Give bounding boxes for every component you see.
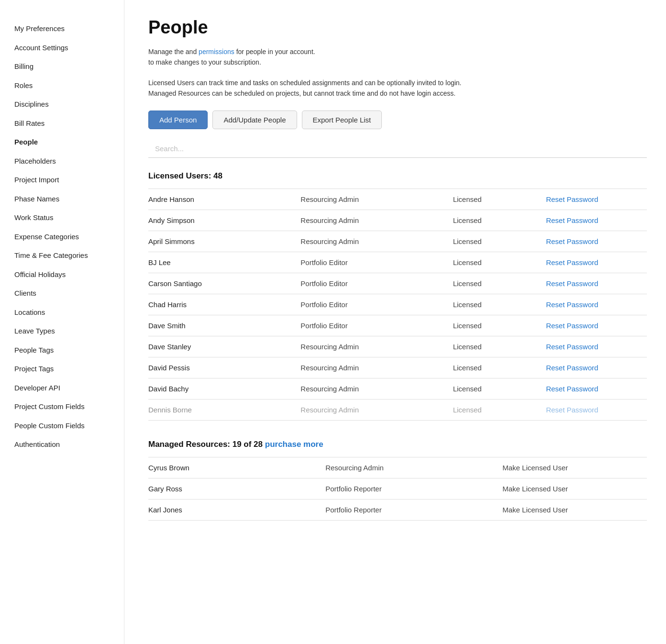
sidebar-item-disciplines[interactable]: Disciplines (14, 95, 124, 114)
person-type: Licensed (453, 357, 546, 378)
person-type: Licensed (453, 252, 546, 273)
info-line2: Managed Resources can be scheduled on pr… (148, 88, 647, 99)
person-name: Dennis Borne (148, 399, 300, 420)
person-type: Licensed (453, 378, 546, 399)
sidebar-item-billing[interactable]: Billing (14, 57, 124, 76)
page-title: People (148, 17, 647, 38)
add-update-button[interactable]: Add/Update People (212, 111, 297, 129)
description-suffix: for people in your account. (234, 48, 315, 56)
sidebar-item-time--fee-categories[interactable]: Time & Fee Categories (14, 246, 124, 265)
sidebar: My PreferencesAccount SettingsBillingRol… (0, 0, 124, 644)
search-input[interactable] (148, 140, 647, 158)
person-type: Licensed (453, 336, 546, 357)
managed-resources-header: Managed Resources: 19 of 28 purchase mor… (148, 440, 647, 449)
reset-password-link[interactable]: Reset Password (546, 273, 647, 294)
info-line1: Licensed Users can track time and tasks … (148, 78, 647, 88)
person-role: Resourcing Admin (300, 231, 453, 252)
reset-password-link[interactable]: Reset Password (546, 189, 647, 210)
sidebar-item-locations[interactable]: Locations (14, 303, 124, 322)
table-row: Carson Santiago Portfolio Editor License… (148, 273, 647, 294)
table-row: Andre Hanson Resourcing Admin Licensed R… (148, 189, 647, 210)
person-role: Resourcing Admin (300, 399, 453, 420)
sidebar-item-account-settings[interactable]: Account Settings (14, 38, 124, 57)
sidebar-item-expense-categories[interactable]: Expense Categories (14, 227, 124, 246)
table-row: Karl Jones Portfolio Reporter Make Licen… (148, 499, 647, 520)
reset-password-link[interactable]: Reset Password (546, 294, 647, 315)
person-role: Resourcing Admin (300, 378, 453, 399)
reset-password-link[interactable]: Reset Password (546, 336, 647, 357)
managed-resources-table: Cyrus Brown Resourcing Admin Make Licens… (148, 457, 647, 521)
sidebar-item-people[interactable]: People (14, 133, 124, 152)
person-name: Gary Ross (148, 478, 325, 499)
reset-password-link[interactable]: Reset Password (546, 210, 647, 231)
person-role: Portfolio Editor (300, 315, 453, 336)
sidebar-item-placeholders[interactable]: Placeholders (14, 152, 124, 171)
person-role: Resourcing Admin (300, 336, 453, 357)
sidebar-item-project-custom-fields[interactable]: Project Custom Fields (14, 397, 124, 416)
reset-password-link[interactable]: Reset Password (546, 315, 647, 336)
licensed-users-header: Licensed Users: 48 (148, 171, 647, 181)
person-name: April Simmons (148, 231, 300, 252)
table-row: Chad Harris Portfolio Editor Licensed Re… (148, 294, 647, 315)
make-licensed-link[interactable]: Make Licensed User (502, 499, 647, 520)
sidebar-item-work-status[interactable]: Work Status (14, 208, 124, 227)
sidebar-item-developer-api[interactable]: Developer API (14, 378, 124, 398)
table-row: Dave Stanley Resourcing Admin Licensed R… (148, 336, 647, 357)
sidebar-item-leave-types[interactable]: Leave Types (14, 322, 124, 341)
reset-password-link[interactable]: Reset Password (546, 399, 647, 420)
managed-resources-prefix: Managed Resources: 19 of 28 (148, 440, 265, 449)
info-block: Licensed Users can track time and tasks … (148, 78, 647, 99)
sidebar-item-phase-names[interactable]: Phase Names (14, 189, 124, 209)
person-name: Carson Santiago (148, 273, 300, 294)
reset-password-link[interactable]: Reset Password (546, 378, 647, 399)
person-role: Portfolio Reporter (325, 499, 502, 520)
sidebar-item-authentication[interactable]: Authentication (14, 435, 124, 454)
description-line2: to make changes to your subscription. (148, 58, 261, 66)
sidebar-item-people-tags[interactable]: People Tags (14, 341, 124, 360)
sidebar-item-project-tags[interactable]: Project Tags (14, 359, 124, 378)
sidebar-item-my-preferences[interactable]: My Preferences (14, 19, 124, 38)
person-role: Portfolio Reporter (325, 478, 502, 499)
person-name: Andy Simpson (148, 210, 300, 231)
person-role: Portfolio Editor (300, 252, 453, 273)
person-type: Licensed (453, 399, 546, 420)
purchase-more-link[interactable]: purchase more (265, 440, 323, 449)
table-row: BJ Lee Portfolio Editor Licensed Reset P… (148, 252, 647, 273)
toolbar: Add Person Add/Update People Export Peop… (148, 111, 647, 129)
person-role: Portfolio Editor (300, 294, 453, 315)
table-row: David Pessis Resourcing Admin Licensed R… (148, 357, 647, 378)
person-name: Karl Jones (148, 499, 325, 520)
description-prefix: Manage the and (148, 48, 199, 56)
person-role: Portfolio Editor (300, 273, 453, 294)
sidebar-item-bill-rates[interactable]: Bill Rates (14, 114, 124, 133)
person-type: Licensed (453, 294, 546, 315)
person-name: David Bachy (148, 378, 300, 399)
make-licensed-link[interactable]: Make Licensed User (502, 457, 647, 478)
reset-password-link[interactable]: Reset Password (546, 231, 647, 252)
person-name: Dave Stanley (148, 336, 300, 357)
person-type: Licensed (453, 315, 546, 336)
make-licensed-link[interactable]: Make Licensed User (502, 478, 647, 499)
person-name: Chad Harris (148, 294, 300, 315)
sidebar-item-official-holidays[interactable]: Official Holidays (14, 265, 124, 284)
sidebar-item-roles[interactable]: Roles (14, 76, 124, 95)
person-name: BJ Lee (148, 252, 300, 273)
permissions-link[interactable]: permissions (199, 48, 234, 56)
export-button[interactable]: Export People List (302, 111, 382, 129)
person-type: Licensed (453, 210, 546, 231)
person-name: Dave Smith (148, 315, 300, 336)
sidebar-item-project-import[interactable]: Project Import (14, 170, 124, 189)
add-person-button[interactable]: Add Person (148, 111, 208, 129)
person-name: Andre Hanson (148, 189, 300, 210)
reset-password-link[interactable]: Reset Password (546, 357, 647, 378)
table-row: Dave Smith Portfolio Editor Licensed Res… (148, 315, 647, 336)
person-role: Resourcing Admin (300, 189, 453, 210)
person-type: Licensed (453, 231, 546, 252)
sidebar-item-people-custom-fields[interactable]: People Custom Fields (14, 416, 124, 435)
person-role: Resourcing Admin (325, 457, 502, 478)
table-row: Cyrus Brown Resourcing Admin Make Licens… (148, 457, 647, 478)
sidebar-item-clients[interactable]: Clients (14, 284, 124, 303)
person-name: Cyrus Brown (148, 457, 325, 478)
reset-password-link[interactable]: Reset Password (546, 252, 647, 273)
person-role: Resourcing Admin (300, 210, 453, 231)
